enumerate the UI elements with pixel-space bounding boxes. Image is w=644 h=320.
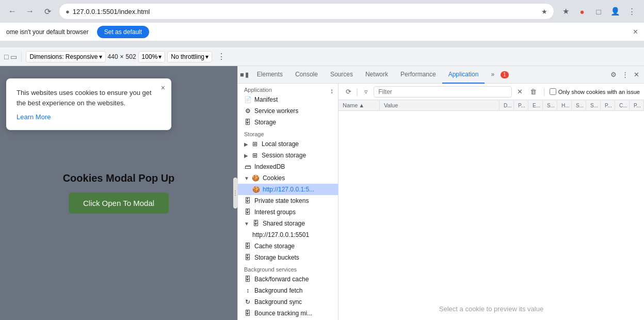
- sidebar-item-storage-buckets[interactable]: 🗄 Storage buckets: [238, 252, 338, 263]
- sidebar-item-cookies[interactable]: ▼ 🍪 Cookies: [238, 172, 338, 184]
- bookmark-icon[interactable]: ★: [558, 4, 573, 19]
- devtools-sidebar: ↕ Application 📄 Manifest ⚙ Service worke…: [238, 84, 339, 320]
- indexeddb-icon: 🗃: [244, 163, 251, 170]
- tab-sources[interactable]: Sources: [324, 66, 359, 84]
- th-priority[interactable]: P...: [601, 100, 615, 110]
- cookie-modal-close-button[interactable]: ×: [161, 84, 165, 92]
- sidebar-item-bg-sync[interactable]: ↻ Background sync: [238, 296, 338, 308]
- reload-button[interactable]: ⟳: [40, 4, 55, 19]
- only-issues-checkbox-label[interactable]: Only show cookies with an issue: [550, 88, 640, 95]
- devtools-icon: □: [4, 53, 8, 61]
- th-name[interactable]: Name ▲: [339, 100, 380, 110]
- tab-console[interactable]: Console: [289, 66, 324, 84]
- storage-app-icon: 🗄: [244, 119, 251, 126]
- puzzle-icon[interactable]: □: [591, 4, 606, 19]
- sidebar-item-bg-fetch[interactable]: ↕ Background fetch: [238, 285, 338, 296]
- cookies-table: Name ▲ Value D... P... E... S... H... S.…: [339, 100, 644, 320]
- th-path[interactable]: P...: [514, 100, 528, 110]
- sidebar-item-storage-app[interactable]: 🗄 Storage: [238, 117, 338, 128]
- resize-handle[interactable]: [233, 178, 237, 209]
- th-value-label: Value: [384, 102, 398, 108]
- responsive-section: □ ▭: [4, 53, 17, 61]
- sidebar-item-cache-storage[interactable]: 🗄 Cache storage: [238, 241, 338, 252]
- tab-application[interactable]: Application: [442, 66, 485, 84]
- tab-network[interactable]: Network: [359, 66, 394, 84]
- viewport-height: 502: [126, 53, 136, 60]
- th-httponly[interactable]: H...: [557, 100, 572, 110]
- devtools-close-icon[interactable]: ✕: [631, 69, 642, 81]
- devtools-icon2: ▭: [10, 53, 17, 61]
- browser-actions: ★ ● □ 👤 ⋮: [558, 4, 639, 19]
- devtools-more-icon[interactable]: ⋮: [619, 69, 631, 81]
- cache-storage-icon: 🗄: [244, 243, 251, 250]
- private-state-icon: 🗄: [244, 197, 251, 204]
- delete-cookies-button[interactable]: 🗑: [527, 86, 539, 98]
- close-bar-button[interactable]: ×: [633, 27, 638, 37]
- th-value[interactable]: Value: [380, 100, 500, 110]
- viewport-width: 440: [108, 53, 118, 60]
- webpage-area: × This websites uses cookies to ensure y…: [0, 66, 237, 320]
- th-crosssite[interactable]: C...: [615, 100, 630, 110]
- session-storage-icon: ⊞: [251, 152, 259, 159]
- empty-state: Select a cookie to preview its value: [339, 214, 644, 320]
- learn-more-link[interactable]: Learn More: [17, 113, 51, 121]
- back-button[interactable]: ←: [5, 4, 20, 19]
- clear-filter-button[interactable]: ✕: [514, 86, 525, 98]
- tab-performance[interactable]: Performance: [394, 66, 442, 84]
- th-samesite[interactable]: S...: [586, 100, 601, 110]
- th-secure[interactable]: S...: [572, 100, 586, 110]
- sidebar-item-manifest[interactable]: 📄 Manifest: [238, 94, 338, 105]
- only-issues-checkbox[interactable]: [550, 88, 556, 95]
- content-toolbar: ⟳ | ▿ ✕ 🗑 | Only show cookies with an is…: [339, 84, 644, 100]
- profile-icon[interactable]: 👤: [608, 4, 622, 19]
- open-modal-button[interactable]: Click Open To Modal: [69, 193, 169, 214]
- tab-elements[interactable]: Elements: [251, 66, 289, 84]
- th-partitioned[interactable]: P...: [630, 100, 644, 110]
- storage-buckets-icon: 🗄: [244, 254, 251, 261]
- zoom-dropdown[interactable]: 100% ▾: [138, 51, 166, 62]
- sidebar-item-shared-storage[interactable]: ▼ 🗄 Shared storage: [238, 218, 338, 229]
- expand-arrow: ▶: [244, 141, 248, 147]
- sidebar-item-private-state[interactable]: 🗄 Private state tokens: [238, 195, 338, 206]
- toolbar-divider-1: [21, 52, 22, 62]
- back-forward-icon: 🗄: [244, 276, 251, 283]
- forward-button[interactable]: →: [23, 4, 37, 19]
- more-options-icon[interactable]: ⋮: [214, 50, 229, 64]
- toolbar-separator: |: [356, 87, 358, 97]
- sidebar-item-back-forward[interactable]: 🗄 Back/forward cache: [238, 274, 338, 285]
- sidebar-section-background: Background services: [238, 263, 338, 274]
- page-heading: Cookies Modal Pop Up: [63, 172, 175, 184]
- extensions-icon[interactable]: ●: [575, 4, 589, 19]
- th-size[interactable]: S...: [543, 100, 557, 110]
- local-storage-icon: ⊞: [251, 140, 259, 148]
- th-expires[interactable]: E...: [528, 100, 543, 110]
- sidebar-item-indexeddb[interactable]: 🗃 IndexedDB: [238, 161, 338, 172]
- dimensions-dropdown[interactable]: Dimensions: Responsive ▾: [26, 51, 105, 62]
- sidebar-scroll-button[interactable]: ↕: [328, 87, 336, 95]
- set-default-button[interactable]: Set as default: [97, 26, 149, 38]
- sidebar-item-session-storage[interactable]: ▶ ⊞ Session storage: [238, 150, 338, 161]
- manifest-icon: 📄: [244, 96, 251, 103]
- sidebar-item-interest-groups[interactable]: 🗄 Interest groups: [238, 206, 338, 218]
- menu-icon[interactable]: ⋮: [624, 4, 639, 19]
- sidebar-item-service-workers[interactable]: ⚙ Service workers: [238, 105, 338, 117]
- sidebar-item-shared-url[interactable]: http://127.0.0.1:5501: [238, 229, 338, 241]
- devtools-settings-icon[interactable]: ⚙: [608, 69, 619, 81]
- sidebar-section-application: Application: [238, 84, 338, 94]
- sidebar-item-cookies-url[interactable]: 🍪 http://127.0.0.1:5...: [238, 184, 338, 195]
- default-browser-bar: ome isn't your default browser Set as de…: [0, 23, 644, 41]
- service-workers-icon: ⚙: [244, 107, 251, 115]
- sidebar-item-local-storage[interactable]: ▶ ⊞ Local storage: [238, 138, 338, 150]
- refresh-cookies-button[interactable]: ⟳: [343, 86, 354, 98]
- throttling-dropdown[interactable]: No throttling ▾: [167, 51, 212, 62]
- address-bar[interactable]: ● 127.0.0.1:5501/index.html ★: [59, 3, 554, 20]
- filter-input[interactable]: [374, 86, 512, 98]
- th-domain[interactable]: D...: [500, 100, 514, 110]
- tab-error-badge: 1: [501, 71, 509, 78]
- sidebar-item-bounce-tracking[interactable]: 🗄 Bounce tracking mi...: [238, 308, 338, 319]
- toolbar-separator2: |: [543, 87, 545, 97]
- sidebar-section-storage: Storage: [238, 128, 338, 138]
- cookies-url-icon: 🍪: [252, 186, 260, 193]
- devtools-body: ↕ Application 📄 Manifest ⚙ Service worke…: [238, 84, 644, 320]
- tab-more[interactable]: »: [485, 66, 501, 84]
